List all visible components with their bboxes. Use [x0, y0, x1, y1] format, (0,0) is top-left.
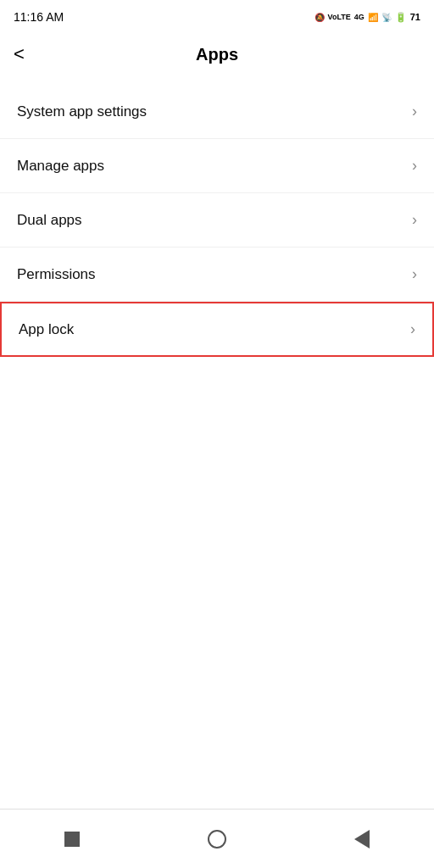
mute-icon: 🔕 [314, 13, 325, 22]
back-nav-icon [354, 830, 370, 849]
back-button[interactable]: < [14, 43, 25, 65]
menu-item-label: Dual apps [17, 212, 82, 229]
header: < Apps [0, 31, 434, 78]
chevron-right-icon: › [410, 320, 415, 338]
menu-item-label: Permissions [17, 266, 96, 283]
battery-icon: 🔋 [395, 12, 407, 23]
recent-apps-button[interactable] [64, 832, 80, 847]
home-icon [208, 830, 226, 849]
nav-bar [0, 809, 434, 868]
battery-level: 71 [410, 12, 420, 22]
status-bar: 11:16 AM 🔕 VoLTE 4G 📶 📡 🔋 71 [0, 0, 434, 31]
page-title: Apps [196, 45, 238, 64]
status-time: 11:16 AM [14, 10, 64, 24]
menu-item-manage-apps[interactable]: Manage apps › [0, 139, 434, 193]
menu-list: System app settings › Manage apps › Dual… [0, 85, 434, 357]
chevron-right-icon: › [412, 265, 417, 283]
volte-icon: VoLTE [328, 13, 351, 21]
signal-icon: 📶 [368, 13, 378, 22]
wifi-icon: 📡 [381, 13, 392, 22]
4g-icon: 4G [354, 13, 364, 21]
menu-item-app-lock[interactable]: App lock › [0, 302, 434, 357]
status-icons: 🔕 VoLTE 4G 📶 📡 🔋 71 [314, 12, 420, 23]
recent-apps-icon [64, 832, 80, 847]
chevron-right-icon: › [412, 211, 417, 229]
home-button[interactable] [208, 830, 226, 849]
menu-item-dual-apps[interactable]: Dual apps › [0, 193, 434, 248]
back-nav-button[interactable] [354, 830, 370, 849]
menu-item-label: App lock [19, 321, 74, 338]
menu-item-label: System app settings [17, 103, 147, 120]
menu-item-label: Manage apps [17, 158, 104, 175]
menu-item-system-app-settings[interactable]: System app settings › [0, 85, 434, 139]
chevron-right-icon: › [412, 157, 417, 175]
menu-item-permissions[interactable]: Permissions › [0, 248, 434, 302]
chevron-right-icon: › [412, 103, 417, 120]
